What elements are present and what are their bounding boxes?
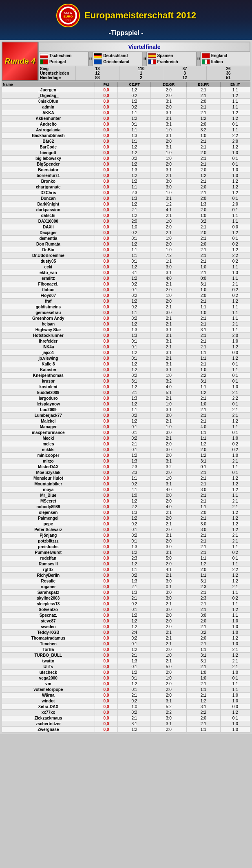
table-row: Dr.UdoBroemme 0,0 1:1 7:2 2:1 2:2 xyxy=(2,253,250,259)
player-pts: 0,0 xyxy=(95,715,118,721)
team-fr-label: Frankreich xyxy=(157,60,178,64)
player-pts: 0,0 xyxy=(95,116,118,122)
player-s4: 2:1 xyxy=(220,647,250,653)
col-sep-3[interactable]: ⠿ xyxy=(197,52,201,66)
table-row: votemeforpope 0,0 0:1 2:0 1:1 1:1 xyxy=(2,687,250,693)
player-s4: 1:0 xyxy=(220,339,250,344)
player-name: jp.viewing xyxy=(2,356,95,361)
player-s2: 2:0 xyxy=(151,624,187,630)
player-s2: 2:0 xyxy=(151,613,187,618)
player-s1: 0:2 xyxy=(118,710,151,715)
player-s3: 2:3 xyxy=(187,596,220,601)
player-s3: 2:0 xyxy=(187,167,220,173)
player-name: 0niskOfun xyxy=(2,99,95,104)
player-s3: 2:0 xyxy=(187,447,220,453)
player-s4: 1:2 xyxy=(220,710,250,715)
player-s4: 1:1 xyxy=(220,681,250,687)
player-s2: 1:0 xyxy=(151,150,187,156)
header-logo-area: UEFA EURO 2012 ★ ★ Europameisterschaft 2… xyxy=(0,3,252,28)
table-row: Astrogalaxia 0,0 1:1 1:0 3:2 1:1 xyxy=(2,127,250,133)
player-s3: 1:1 xyxy=(187,504,220,510)
player-s2: 1:0 xyxy=(151,401,187,407)
player-name: mikkki xyxy=(2,447,95,453)
table-row: TURBO_BULL 0,0 2:1 1:0 3:1 1:2 xyxy=(2,653,250,658)
match-col-4: England Italien xyxy=(201,52,250,66)
player-s2: 3:1 xyxy=(151,533,187,538)
table-row: darkpassion 0,0 2:1 4:1 2:0 0:1 xyxy=(2,207,250,213)
player-s1: 0:2 xyxy=(118,636,151,641)
player-name: Palmengel xyxy=(2,516,95,521)
player-pts: 0,0 xyxy=(95,573,118,578)
player-name: Pjönjang xyxy=(2,533,95,538)
player-pts: 0,0 xyxy=(95,202,118,207)
player-s4: 0:1 xyxy=(220,556,250,561)
player-name: pepe xyxy=(2,521,95,527)
player-s1: 1:1 xyxy=(118,247,151,253)
table-row: largoduro 0,0 1:3 2:1 2:1 2:2 xyxy=(2,396,250,401)
player-pts: 0,0 xyxy=(95,299,118,304)
player-pts: 0,0 xyxy=(95,533,118,538)
player-name: votemeforpope xyxy=(2,687,95,693)
player-name: Xetra-DAX xyxy=(2,704,95,710)
table-row: kruspr 0,0 3:1 3:2 3:1 0:1 xyxy=(2,379,250,384)
player-s1: 1:2 xyxy=(118,116,151,122)
player-s3: 2:1 xyxy=(187,344,220,350)
player-pts: 0,0 xyxy=(95,259,118,264)
player-name: ekto_win xyxy=(2,270,95,276)
player-s3: 2:1 xyxy=(187,601,220,607)
col-sep-2[interactable]: ⠿ xyxy=(143,52,147,66)
team-row-gr: Griechenland xyxy=(94,59,141,65)
player-s2: 3:1 xyxy=(151,350,187,356)
table-row: Moe Szyslak 0,0 2:3 2:0 2:1 0:1 xyxy=(2,470,250,476)
player-pts: 0,0 xyxy=(95,578,118,584)
player-pts: 0,0 xyxy=(95,384,118,390)
player-s2: 1:0 xyxy=(151,190,187,196)
player-s3: 3:1 xyxy=(187,281,220,287)
player-s1: 0:2 xyxy=(118,533,151,538)
player-pts: 0,0 xyxy=(95,653,118,658)
table-row: moya 0,0 4:1 4:0 3:0 1:2 xyxy=(2,487,250,493)
player-s1: 1:2 xyxy=(118,384,151,390)
euro2012-logo-icon: UEFA EURO 2012 ★ ★ xyxy=(56,3,80,28)
player-s2: 3:1 xyxy=(151,122,187,127)
player-s4: 1:2 xyxy=(220,344,250,350)
stat-c1-unent: 12 xyxy=(76,71,119,75)
player-s3: 3:1 xyxy=(187,327,220,333)
player-s3: 1:1 xyxy=(187,556,220,561)
player-s3: 1:0 xyxy=(187,670,220,675)
player-s2: 3:1 xyxy=(151,144,187,150)
player-name: Daxjäger xyxy=(2,230,95,236)
player-s1: 0:1 xyxy=(118,356,151,361)
col-sep-1[interactable]: ⠿ xyxy=(88,52,93,66)
player-s1: 1:2 xyxy=(118,624,151,630)
player-name: Doncan xyxy=(2,196,95,202)
player-s3: 2:1 xyxy=(187,721,220,727)
player-s1: 1:1 xyxy=(118,184,151,190)
player-s2: 2:0 xyxy=(151,647,187,653)
player-s2: 3:0 xyxy=(151,715,187,721)
player-s1: 3:1 xyxy=(118,270,151,276)
player-s2: 3:1 xyxy=(151,333,187,339)
player-s3: 2:1 xyxy=(187,321,220,327)
svg-text:★: ★ xyxy=(73,9,76,12)
player-s2: 2:1 xyxy=(151,321,187,327)
player-name: preisfuchs xyxy=(2,544,95,550)
player-s4: 1:1 xyxy=(220,687,250,693)
player-pts: 0,0 xyxy=(95,361,118,367)
player-s2: 3:0 xyxy=(151,430,187,436)
player-s1: 0:1 xyxy=(118,339,151,344)
player-s3: 3:0 xyxy=(187,521,220,527)
player-s4: 1:1 xyxy=(220,424,250,430)
table-row: sleepless13 0,0 0:2 2:1 2:1 1:1 xyxy=(2,601,250,607)
flag-es-icon xyxy=(148,53,156,58)
player-pts: 0,0 xyxy=(95,321,118,327)
player-name: largoduro xyxy=(2,396,95,401)
match-col-2: Deutschland Griechenland xyxy=(93,52,142,66)
player-s3: 2:1 xyxy=(187,139,220,144)
player-s2: 1:0 xyxy=(151,476,187,481)
player-s3: 3:1 xyxy=(187,704,220,710)
player-s1: 0:2 xyxy=(118,281,151,287)
player-pts: 0,0 xyxy=(95,327,118,333)
player-s2: 2:1 xyxy=(151,396,187,401)
player-pts: 0,0 xyxy=(95,658,118,664)
